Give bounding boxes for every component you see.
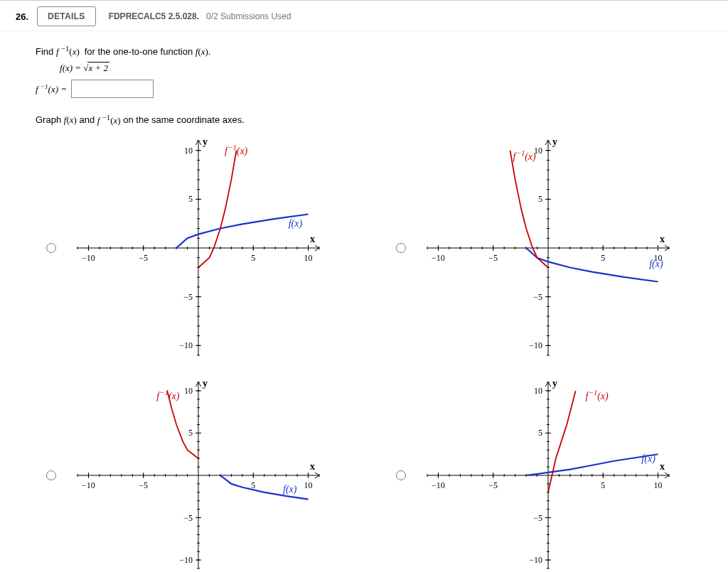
graph-finv: f −1(x) <box>97 115 121 126</box>
svg-text:y: y <box>203 136 208 147</box>
svg-text:5: 5 <box>601 480 605 490</box>
graph-prefix: Graph <box>36 115 64 126</box>
svg-text:−5: −5 <box>533 291 542 301</box>
svg-text:10: 10 <box>304 253 313 263</box>
choice-C-radio[interactable] <box>46 470 56 480</box>
prompt-prefix: Find <box>36 46 56 57</box>
graph-prompt: Graph f(x) and f −1(x) on the same coord… <box>36 112 721 126</box>
svg-text:f(x): f(x) <box>641 453 655 465</box>
svg-text:x: x <box>310 234 315 244</box>
svg-text:−10: −10 <box>82 480 95 490</box>
chart-A: xy−10−5510−10−5510f(x)f−1(x) <box>63 131 333 365</box>
choice-D: xy−10−5510−10−5510f(x)f−1(x) <box>392 372 721 572</box>
svg-text:5: 5 <box>601 253 605 263</box>
svg-text:10: 10 <box>184 145 193 155</box>
svg-text:−5: −5 <box>488 253 498 263</box>
graph-suffix: on the same coordinate axes. <box>123 115 245 126</box>
svg-text:f−1(x): f−1(x) <box>156 388 180 401</box>
svg-text:y: y <box>552 378 557 389</box>
svg-text:−10: −10 <box>179 340 193 350</box>
svg-text:−10: −10 <box>529 340 542 350</box>
choice-A: xy−10−5510−10−5510f(x)f−1(x) <box>43 131 371 365</box>
svg-text:−5: −5 <box>183 512 193 522</box>
choice-B: xy−10−5510−10−5510f(x)f−1(x) <box>392 131 721 365</box>
svg-text:10: 10 <box>304 480 313 490</box>
answer-row: f −1(x) = <box>36 80 721 98</box>
chart-D: xy−10−5510−10−5510f(x)f−1(x) <box>413 372 683 572</box>
question-header: 26. DETAILS FDPRECALC5 2.5.028. 0/2 Subm… <box>0 1 728 31</box>
svg-text:−10: −10 <box>179 555 193 565</box>
svg-text:−5: −5 <box>488 480 498 490</box>
svg-text:f−1(x): f−1(x) <box>586 388 609 401</box>
details-button[interactable]: DETAILS <box>37 6 96 26</box>
choice-C: xy−10−5510−10−5510f(x)f−1(x) <box>43 372 371 572</box>
choice-D-radio[interactable] <box>396 470 406 480</box>
graph-choices: xy−10−5510−10−5510f(x)f−1(x) xy−10−5510−… <box>43 131 721 572</box>
graph-and: and <box>79 115 97 126</box>
finv-symbol: f −1(x) <box>56 46 82 57</box>
svg-text:10: 10 <box>534 386 542 396</box>
svg-text:x: x <box>660 234 665 244</box>
choice-A-radio[interactable] <box>46 243 56 253</box>
choice-B-radio[interactable] <box>396 243 406 253</box>
svg-text:5: 5 <box>251 253 255 263</box>
function-definition: f(x) = √x + 2 <box>60 62 721 74</box>
question-number: 26. <box>7 9 37 25</box>
find-prompt: Find f −1(x) for the one-to-one function… <box>36 44 721 58</box>
chart-B: xy−10−5510−10−5510f(x)f−1(x) <box>413 131 683 365</box>
svg-text:10: 10 <box>184 386 193 396</box>
svg-text:−10: −10 <box>432 253 445 263</box>
svg-text:−10: −10 <box>529 555 542 565</box>
chart-C: xy−10−5510−10−5510f(x)f−1(x) <box>63 372 333 572</box>
submissions-used: 0/2 Submissions Used <box>206 11 291 21</box>
svg-text:x: x <box>660 461 665 472</box>
svg-text:5: 5 <box>188 428 193 438</box>
svg-text:10: 10 <box>654 480 663 490</box>
svg-text:−10: −10 <box>432 480 445 490</box>
svg-text:−5: −5 <box>139 480 148 490</box>
svg-text:5: 5 <box>188 194 193 204</box>
textbook-reference: FDPRECALC5 2.5.028. <box>109 11 199 21</box>
svg-text:f(x): f(x) <box>283 483 297 495</box>
svg-text:−10: −10 <box>82 253 95 263</box>
prompt-suffix: for the one-to-one function <box>85 46 196 57</box>
svg-text:−5: −5 <box>533 512 542 522</box>
answer-input[interactable] <box>71 80 154 98</box>
svg-text:y: y <box>552 136 557 147</box>
svg-text:f−1(x): f−1(x) <box>513 149 537 163</box>
svg-text:5: 5 <box>538 194 542 204</box>
answer-lhs: f −1(x) = <box>36 83 67 95</box>
svg-text:x: x <box>310 461 315 472</box>
svg-text:f(x): f(x) <box>649 259 663 270</box>
svg-text:−5: −5 <box>139 253 148 263</box>
fx-symbol: f(x). <box>196 46 210 57</box>
svg-text:5: 5 <box>538 428 542 438</box>
svg-text:f−1(x): f−1(x) <box>225 144 248 157</box>
svg-text:−5: −5 <box>183 291 193 301</box>
graph-fx: f(x) <box>64 115 77 126</box>
svg-text:f(x): f(x) <box>289 217 303 229</box>
svg-text:y: y <box>203 378 208 389</box>
